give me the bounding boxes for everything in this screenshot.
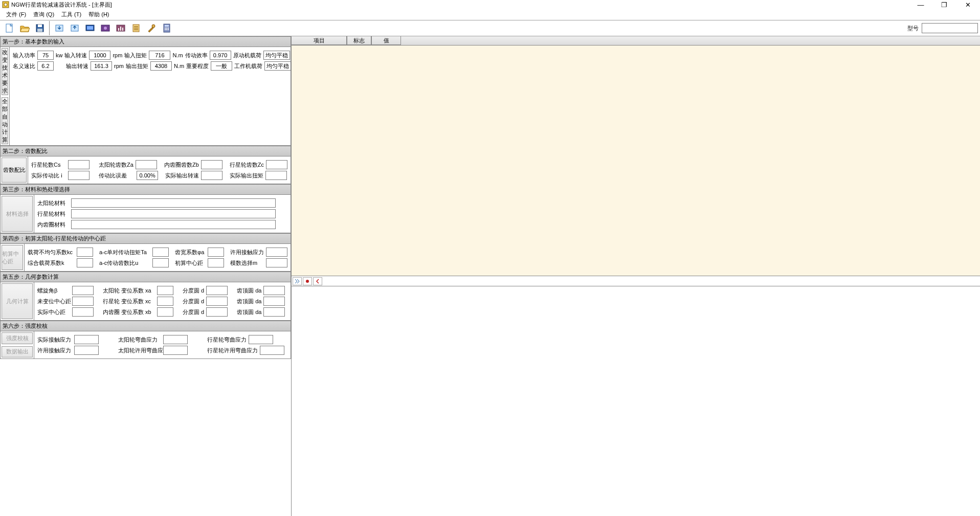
initial-center-field[interactable] [208, 258, 224, 267]
initial-center-button[interactable]: 初算中心距 [2, 245, 23, 270]
ring-teeth-field[interactable] [201, 160, 222, 169]
input-torque-label: 输入扭矩 [124, 52, 147, 59]
svg-rect-25 [168, 28, 169, 29]
strength-check-button[interactable]: 强度校核 [2, 332, 33, 344]
screen-icon[interactable] [83, 21, 97, 35]
maximize-button[interactable]: ❐ [937, 1, 951, 9]
nominal-ratio-field[interactable] [37, 61, 54, 71]
ring-material-field[interactable] [71, 220, 276, 229]
menu-tools[interactable]: 工具 (T) [58, 10, 84, 19]
step3-header: 第三步：材料和热处理选择 [0, 184, 291, 195]
actual-ratio-field[interactable] [68, 171, 90, 180]
step1-body: 改变技术要求 全部自动计算 输入功率 kw 输入转速 rpm 输入扭矩 N.m … [0, 47, 291, 146]
allow-contact-field-2[interactable] [74, 346, 99, 355]
sun-allow-bending-field[interactable] [163, 346, 188, 355]
prime-load-select[interactable] [263, 51, 290, 60]
input-speed-field[interactable] [89, 51, 110, 60]
actual-center-label: 实际中心距 [37, 308, 70, 316]
actual-center-field[interactable] [72, 307, 94, 317]
run-icon[interactable] [293, 277, 302, 285]
input-speed-label: 输入转速 [64, 52, 87, 59]
ac-torque-field[interactable] [152, 248, 169, 257]
tip-d-field-3[interactable] [263, 307, 285, 317]
save-file-icon[interactable] [33, 21, 47, 35]
new-file-icon[interactable] [2, 21, 16, 35]
step4-body: 初算中心距 载荷不均匀系数kc a-c单对传动扭矩Ta 齿宽系数φa 许用接触应… [0, 244, 291, 272]
step5-body: 几何计算 螺旋角β 太阳轮 变位系数 xa 分度圆 d 齿顶圆 da [0, 282, 291, 321]
close-button[interactable]: ✕ [961, 1, 975, 9]
trans-eff-field[interactable] [210, 51, 231, 60]
title-bar: NGW行星齿轮减速器设计系统 - [主界面] — ❐ ✕ [0, 0, 980, 9]
load-uneven-field[interactable] [77, 248, 93, 257]
importance-select[interactable] [211, 61, 232, 71]
model-input[interactable] [922, 23, 978, 33]
tip-d-label-1: 齿顶圆 da [237, 287, 261, 295]
work-load-select[interactable] [264, 61, 291, 71]
geometry-calc-button[interactable]: 几何计算 [2, 283, 33, 319]
gear-view-icon[interactable] [98, 21, 113, 35]
actual-output-speed-field[interactable] [201, 171, 222, 180]
ratio-error-field[interactable] [137, 171, 158, 180]
step6-body: 强度校核 数据输出 实际接触应力 太阳轮弯曲应力 行星轮弯曲应力 许用接触应力 [0, 331, 291, 359]
back-icon[interactable] [313, 277, 322, 285]
export-icon[interactable] [68, 21, 82, 35]
planet-material-label: 行星轮材料 [37, 210, 69, 218]
change-requirements-button[interactable]: 改变技术要求 [2, 48, 8, 95]
material-select-button[interactable]: 材料选择 [2, 196, 33, 232]
output-speed-label: 输出转速 [66, 62, 88, 70]
menu-query[interactable]: 查询 (Q) [30, 10, 57, 19]
svg-rect-26 [165, 29, 166, 30]
grid-col-item[interactable]: 项目 [292, 36, 347, 45]
helix-field[interactable] [72, 286, 94, 295]
output-torque-field[interactable] [150, 61, 172, 71]
step4-header: 第四步：初算太阳轮-行星轮传动的中心距 [0, 233, 291, 244]
load-uneven-label: 载荷不均匀系数kc [28, 249, 75, 256]
planet-allow-bending-field[interactable] [260, 346, 284, 355]
chart-icon[interactable] [114, 21, 128, 35]
pitch-d-field-2[interactable] [206, 297, 228, 306]
planet-bending-field[interactable] [249, 335, 273, 344]
tooth-ratio-button[interactable]: 齿数配比 [2, 158, 27, 183]
tip-d-field-2[interactable] [263, 297, 285, 306]
actual-output-torque-field[interactable] [265, 171, 287, 180]
grid-col-value[interactable]: 值 [371, 36, 401, 45]
sun-shift-field[interactable] [157, 286, 173, 295]
sun-material-label: 太阳轮材料 [37, 199, 69, 207]
minimize-button[interactable]: — [914, 1, 928, 9]
ac-ratio-field[interactable] [152, 258, 169, 267]
ring-shift-field[interactable] [157, 307, 173, 317]
auto-calculate-button[interactable]: 全部自动计算 [2, 97, 8, 144]
sun-material-field[interactable] [71, 198, 276, 208]
grid-col-flag[interactable]: 标志 [347, 36, 371, 45]
sun-teeth-field[interactable] [136, 160, 157, 169]
tools-icon[interactable] [144, 21, 159, 35]
tip-d-field-1[interactable] [263, 286, 285, 295]
input-torque-field[interactable] [149, 51, 170, 60]
stop-icon[interactable] [303, 277, 312, 285]
sun-bending-field[interactable] [163, 335, 188, 344]
planet-count-field[interactable] [68, 160, 90, 169]
output-speed-field[interactable] [91, 61, 112, 71]
planet-shift-field[interactable] [157, 297, 173, 306]
import-icon[interactable] [52, 21, 66, 35]
planet-material-field[interactable] [71, 209, 276, 218]
allow-contact-field[interactable] [266, 248, 287, 257]
tip-d-label-3: 齿顶圆 da [237, 308, 261, 316]
unshifted-center-field[interactable] [72, 297, 94, 306]
module-select-field[interactable] [266, 258, 287, 267]
data-output-button[interactable]: 数据输出 [2, 346, 33, 358]
actual-contact-field[interactable] [74, 335, 99, 344]
open-file-icon[interactable] [17, 21, 32, 35]
pitch-d-field-1[interactable] [206, 286, 228, 295]
calculator-icon[interactable] [160, 21, 174, 35]
face-width-field[interactable] [208, 248, 224, 257]
menu-file[interactable]: 文件 (F) [3, 10, 29, 19]
pitch-d-field-3[interactable] [206, 307, 228, 317]
svg-rect-4 [38, 25, 42, 27]
report-icon[interactable] [129, 21, 143, 35]
planet-teeth-field[interactable] [266, 160, 287, 169]
actual-output-torque-label: 实际输出扭矩 [230, 172, 263, 180]
menu-help[interactable]: 帮助 (H) [85, 10, 112, 19]
combined-load-field[interactable] [77, 258, 93, 267]
input-power-field[interactable] [37, 51, 54, 60]
